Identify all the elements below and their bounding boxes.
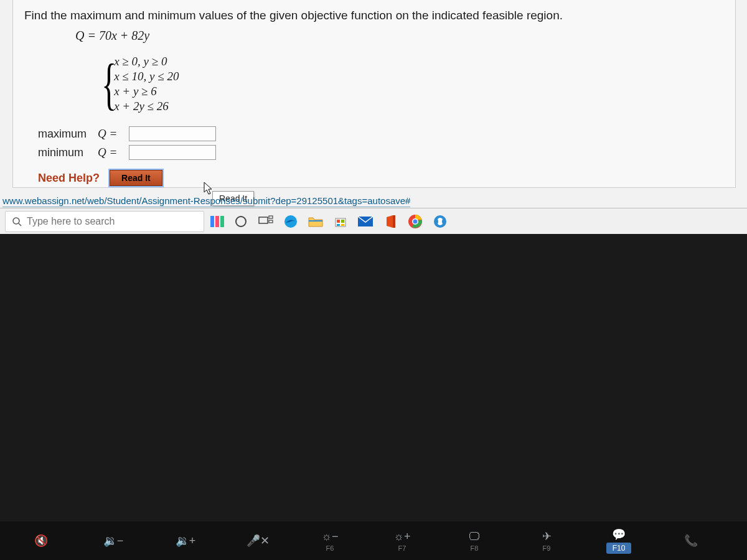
display-icon: 🖵 (469, 530, 480, 543)
volume-up-icon: 🔉+ (176, 534, 196, 548)
key-label: F8 (471, 544, 479, 552)
need-help-label: Need Help? (38, 172, 100, 185)
svg-line-1 (19, 223, 21, 226)
min-input[interactable] (129, 145, 216, 160)
key-vol-down: 🔉− (95, 534, 132, 548)
svg-rect-12 (341, 224, 344, 226)
svg-rect-7 (309, 220, 322, 222)
maximum-row: maximum Q = (38, 126, 724, 141)
key-airplane: ✈ F9 (528, 530, 565, 552)
key-brightness-up: ☼+ F7 (383, 530, 421, 552)
edge-icon[interactable] (283, 213, 299, 230)
brace-icon: { (101, 55, 116, 113)
q-equals: Q = (98, 127, 123, 141)
svg-rect-4 (269, 216, 273, 218)
constraint-line: x ≥ 0, y ≥ 0 (114, 54, 179, 69)
constraint-lines: x ≥ 0, y ≥ 0 x ≤ 10, y ≤ 20 x + y ≥ 6 x … (114, 53, 179, 115)
constraint-line: x + 2y ≤ 26 (114, 99, 179, 114)
taskbar-search[interactable] (5, 211, 204, 232)
answer-section: maximum Q = minimum Q = (38, 126, 724, 160)
min-label: minimum (38, 146, 92, 159)
office-icon[interactable] (382, 213, 398, 230)
key-label: F7 (398, 544, 406, 552)
airplane-icon: ✈ (542, 530, 552, 543)
key-mute: 🔇 (22, 534, 60, 548)
key-display: 🖵 F8 (456, 530, 493, 552)
store-icon[interactable] (332, 213, 349, 230)
svg-rect-10 (341, 220, 344, 223)
mail-icon[interactable] (357, 213, 374, 230)
status-url: www.webassign.net/web/Student/Assignment… (0, 194, 413, 207)
svg-rect-11 (337, 224, 340, 226)
brightness-down-icon: ☼− (321, 530, 338, 543)
svg-rect-3 (259, 217, 268, 223)
need-help-row: Need Help? Read It Read It (38, 170, 724, 186)
keyboard-fn-row: 🔇 🔉− 🔉+ 🎤✕ ☼− F6 ☼+ F7 🖵 F8 ✈ F9 💬 F10 📞 (0, 521, 747, 560)
svg-rect-9 (337, 220, 340, 223)
key-phone: 📞 (672, 534, 710, 548)
svg-point-17 (413, 219, 418, 223)
key-brightness-down: ☼− F6 (311, 530, 349, 552)
svg-point-0 (13, 218, 19, 224)
chrome-icon[interactable] (407, 213, 423, 230)
key-vol-up: 🔉+ (167, 534, 204, 548)
key-label: F6 (326, 544, 334, 552)
key-label: F10 (606, 543, 632, 554)
constraint-line: x + y ≥ 6 (114, 84, 179, 99)
key-mic-off: 🎤✕ (239, 534, 276, 548)
search-input[interactable] (27, 216, 197, 227)
minimum-row: minimum Q = (38, 145, 724, 160)
file-explorer-icon[interactable] (308, 213, 324, 230)
taskbar (0, 208, 747, 234)
svg-rect-14 (393, 215, 395, 228)
app-icon[interactable] (432, 213, 448, 230)
svg-rect-5 (269, 220, 273, 223)
search-icon (12, 217, 22, 226)
url-text: www.webassign.net/web/Student/Assignment… (2, 195, 410, 207)
chat-icon: 💬 (612, 528, 626, 541)
constraint-line: x ≤ 10, y ≤ 20 (114, 69, 179, 84)
objective-function: Q = 70x + 82y (75, 29, 724, 43)
key-chat: 💬 F10 (600, 528, 637, 554)
mute-icon: 🔇 (34, 534, 48, 548)
problem-panel: Find the maximum and minimum values of t… (12, 0, 736, 188)
q-equals: Q = (98, 146, 123, 159)
volume-down-icon: 🔉− (103, 534, 124, 548)
cortana-icon[interactable] (233, 213, 249, 230)
phone-icon: 📞 (684, 534, 698, 548)
problem-prompt: Find the maximum and minimum values of t… (24, 9, 724, 22)
task-view-icon[interactable] (258, 213, 274, 230)
brightness-up-icon: ☼+ (393, 530, 410, 543)
key-label: F9 (543, 544, 551, 552)
app-screen: Find the maximum and minimum values of t… (0, 0, 747, 219)
svg-point-2 (236, 217, 246, 226)
max-input[interactable] (129, 126, 216, 141)
accent-icon (210, 216, 224, 227)
read-it-button[interactable]: Read It (110, 170, 162, 186)
constraints-block: { x ≥ 0, y ≥ 0 x ≤ 10, y ≤ 20 x + y ≥ 6 … (89, 53, 724, 115)
mic-off-icon: 🎤✕ (247, 534, 270, 548)
max-label: maximum (38, 128, 92, 141)
